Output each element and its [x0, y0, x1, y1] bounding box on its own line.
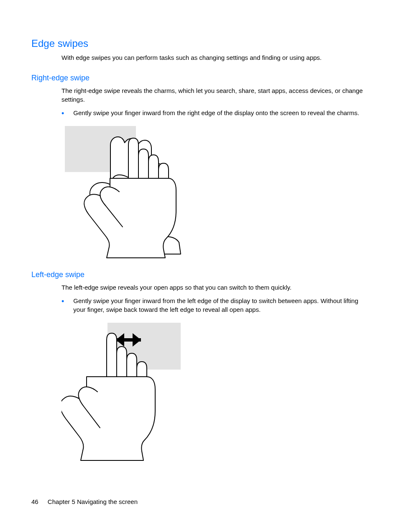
bullet-text: Gently swipe your finger inward from the…	[73, 297, 368, 314]
page-number: 46	[31, 498, 38, 505]
bullet-icon: •	[61, 110, 64, 117]
right-swipe-illustration-icon	[61, 125, 191, 259]
figure-right-edge-swipe	[61, 125, 368, 259]
paragraph-left-edge: The left-edge swipe reveals your open ap…	[61, 283, 368, 292]
heading-right-edge-swipe: Right-edge swipe	[31, 74, 368, 82]
bullet-item: • Gently swipe your finger inward from t…	[61, 297, 368, 314]
left-swipe-illustration-icon	[61, 321, 195, 464]
bullet-icon: •	[61, 298, 64, 305]
document-page: Edge swipes With edge swipes you can per…	[0, 0, 399, 532]
chapter-label: Chapter 5 Navigating the screen	[48, 498, 138, 505]
paragraph-right-edge: The right-edge swipe reveals the charms,…	[61, 87, 368, 104]
bullet-text: Gently swipe your finger inward from the…	[73, 109, 368, 117]
heading-edge-swipes: Edge swipes	[31, 38, 368, 49]
bullet-item: • Gently swipe your finger inward from t…	[61, 109, 368, 117]
page-footer: 46 Chapter 5 Navigating the screen	[31, 498, 138, 505]
heading-left-edge-swipe: Left-edge swipe	[31, 270, 368, 279]
figure-left-edge-swipe	[61, 321, 368, 464]
intro-paragraph: With edge swipes you can perform tasks s…	[61, 54, 368, 62]
